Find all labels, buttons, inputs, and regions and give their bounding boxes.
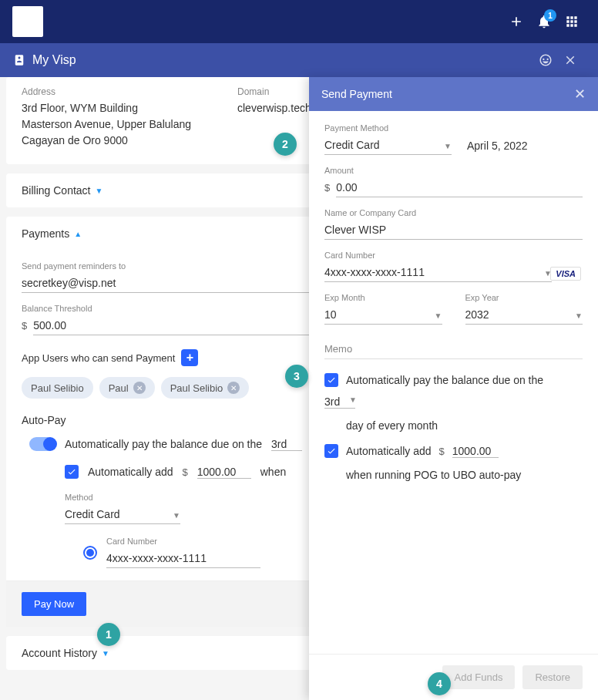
- pm-select[interactable]: [324, 136, 452, 155]
- step-badge-3: 3: [285, 365, 308, 388]
- autopay-day-input[interactable]: [271, 438, 302, 451]
- bell-icon[interactable]: 1: [530, 8, 558, 35]
- autopay-text: Automatically pay the balance due on the: [65, 438, 262, 450]
- autoadd-suffix: when: [260, 466, 286, 478]
- sidepanel-footer: Add Funds Restore: [309, 654, 598, 700]
- sidepanel-title: Send Payment: [321, 88, 392, 100]
- account-icon: [12, 53, 26, 67]
- section-title: Payments: [22, 227, 69, 240]
- card-radio[interactable]: [83, 546, 97, 560]
- expy-select[interactable]: [465, 305, 583, 325]
- add-user-button[interactable]: +: [181, 349, 198, 366]
- chip-remove-icon[interactable]: ✕: [227, 382, 240, 394]
- close-icon[interactable]: ✕: [574, 86, 586, 103]
- sp-auto-text2: day of every month: [346, 419, 583, 432]
- address-label: Address: [22, 86, 191, 97]
- name-label: Name or Company Card: [324, 208, 583, 217]
- sp-autoadd-text: Automatically add: [346, 445, 432, 457]
- sidepanel-header: Send Payment ✕: [309, 77, 598, 111]
- dollar-sign: $: [324, 182, 330, 194]
- section-title: Billing Contact: [22, 184, 91, 197]
- sp-autopay-checkbox[interactable]: [324, 373, 338, 387]
- add-funds-button[interactable]: Add Funds: [442, 665, 516, 689]
- step-badge-2: 2: [274, 133, 297, 156]
- chip-remove-icon[interactable]: ✕: [133, 382, 146, 394]
- expm-select[interactable]: [324, 305, 442, 325]
- sp-autoadd-checkbox[interactable]: [324, 444, 338, 458]
- chip: Paul Selibio✕: [161, 377, 250, 399]
- autoadd-checkbox[interactable]: [65, 465, 79, 479]
- panel-header: My Visp: [0, 43, 598, 77]
- visa-badge: VISA: [550, 267, 581, 281]
- sp-autoadd-suffix: when running POG to UBO auto-pay: [346, 469, 583, 481]
- method-select[interactable]: [65, 505, 180, 524]
- autopay-toggle[interactable]: [29, 437, 55, 451]
- sp-auto-text1: Automatically pay the balance due on the: [346, 374, 543, 386]
- restore-button[interactable]: Restore: [522, 665, 583, 689]
- pm-label: Payment Method: [324, 123, 583, 133]
- amount-label: Amount: [324, 166, 583, 175]
- memo-label: Memo: [324, 343, 583, 355]
- emoji-icon[interactable]: [536, 48, 561, 72]
- close-icon[interactable]: [561, 48, 586, 72]
- panel-title: My Visp: [32, 53, 76, 67]
- autoadd-amount-input[interactable]: [197, 466, 251, 479]
- step-badge-4: 4: [428, 672, 451, 695]
- cardnum-input[interactable]: [106, 549, 260, 568]
- card-label: Card Number: [324, 251, 583, 260]
- top-bar: 1: [0, 0, 598, 43]
- logo: [12, 6, 43, 37]
- expm-label: Exp Month: [324, 293, 442, 302]
- section-title: Account History: [22, 647, 97, 659]
- notification-badge: 1: [544, 9, 556, 22]
- memo-input[interactable]: [324, 355, 583, 359]
- payment-date: April 5, 2022: [467, 140, 528, 155]
- add-icon[interactable]: [502, 8, 530, 35]
- card-select[interactable]: [324, 263, 552, 282]
- caret-down-icon: ▼: [96, 187, 103, 195]
- app-users-label: App Users who can send Payment: [22, 352, 175, 364]
- autoadd-text: Automatically add: [88, 466, 173, 478]
- chip: Paul Selibio: [22, 377, 93, 399]
- name-input[interactable]: [324, 220, 583, 240]
- sp-autoadd-amount[interactable]: [452, 445, 499, 458]
- send-payment-panel: Send Payment ✕ Payment Method ▼ April 5,…: [309, 77, 598, 700]
- sp-auto-day-select[interactable]: [324, 395, 355, 409]
- caret-down-icon: ▼: [102, 649, 109, 658]
- address-value: 3rd Floor, WYM Building Masterson Avenue…: [22, 100, 191, 149]
- chip: Paul✕: [99, 377, 155, 399]
- domain-value: cleverwisp.tech: [237, 100, 311, 116]
- step-badge-1: 1: [97, 623, 120, 646]
- caret-up-icon: ▲: [74, 230, 82, 238]
- domain-label: Domain: [237, 86, 311, 97]
- expy-label: Exp Year: [465, 293, 583, 302]
- amount-input[interactable]: [336, 178, 583, 197]
- apps-icon[interactable]: [558, 8, 586, 35]
- pay-now-button[interactable]: Pay Now: [22, 592, 86, 616]
- dollar-sign: $: [22, 320, 27, 331]
